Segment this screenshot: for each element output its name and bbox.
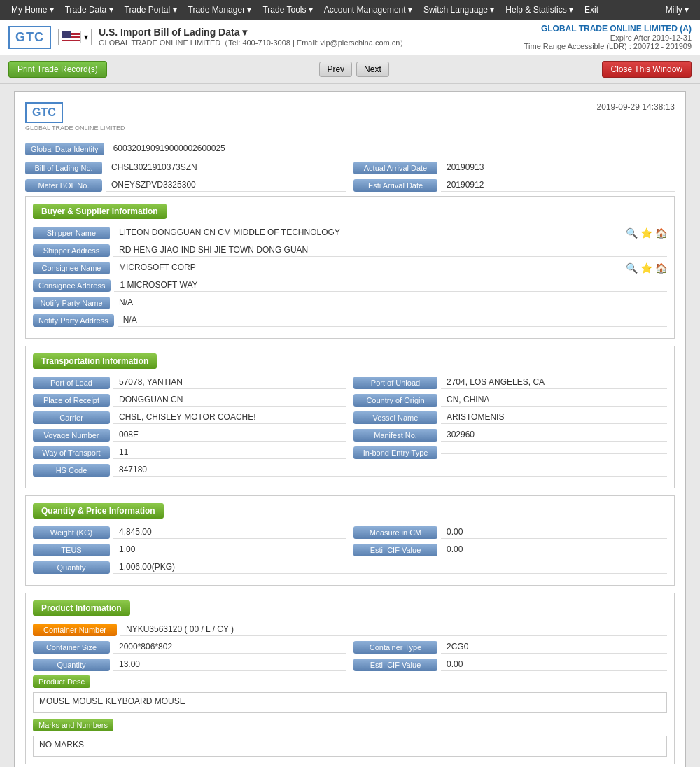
consignee-address-row: Consignee Address 1 MICROSOFT WAY <box>33 279 667 292</box>
port-of-load-label: Port of Load <box>33 377 110 389</box>
port-of-load-value: 57078, YANTIAN <box>113 376 346 389</box>
container-number-row: Container Number NYKU3563120 ( 00 / L / … <box>33 623 667 636</box>
container-size-value: 2000*806*802 <box>113 640 346 654</box>
quantity-value: 1,006.00(PKG) <box>113 561 667 574</box>
vessel-name-value: ARISTOMENIS <box>441 411 667 424</box>
esti-cif-value: 0.00 <box>441 543 667 556</box>
container-size-col: Container Size 2000*806*802 <box>33 640 346 654</box>
product-section: Product Information Container Number NYK… <box>25 593 675 764</box>
container-type-col: Container Type 2CG0 <box>354 640 667 654</box>
actual-arrival-value: 20190913 <box>441 161 675 174</box>
marks-label: Marks and Numbers <box>33 719 113 731</box>
shipper-address-label: Shipper Address <box>33 244 110 257</box>
container-size-label: Container Size <box>33 641 110 654</box>
consignee-name-value: MICROSOFT CORP <box>113 261 620 274</box>
nav-exit[interactable]: Exit <box>579 2 604 17</box>
weight-col: Weight (KG) 4,845.00 <box>33 526 346 539</box>
transportation-section: Transportation Information Port of Load … <box>25 346 675 488</box>
marks-label-row: Marks and Numbers <box>33 719 667 731</box>
product-desc-row: Product Desc <box>33 675 667 688</box>
search-icon-shipper[interactable]: 🔍 <box>626 227 638 239</box>
next-button-top[interactable]: Next <box>356 62 389 77</box>
nav-my-home[interactable]: My Home ▾ <box>6 2 59 17</box>
container-type-label: Container Type <box>354 641 438 654</box>
vessel-name-label: Vessel Name <box>354 411 438 424</box>
bill-of-lading-value: CHSL3021910373SZN <box>106 161 346 174</box>
flag-selector[interactable]: ▾ <box>58 29 92 45</box>
voyage-manifest-row: Voyage Number 008E Manifest No. 302960 <box>33 428 667 442</box>
nav-trade-manager[interactable]: Trade Manager ▾ <box>183 2 258 17</box>
voyage-col: Voyage Number 008E <box>33 428 346 442</box>
prod-quantity-value: 13.00 <box>113 658 346 671</box>
nav-help-statistics[interactable]: Help & Statistics ▾ <box>500 2 579 17</box>
port-unload-col: Port of Unload 2704, LOS ANGELES, CA <box>354 376 667 389</box>
mater-bol-col: Mater BOL No. ONEYSZPVD3325300 <box>25 178 346 192</box>
mater-esti-row: Mater BOL No. ONEYSZPVD3325300 Esti Arri… <box>25 178 675 192</box>
nav-switch-language[interactable]: Switch Language ▾ <box>418 2 500 17</box>
actual-arrival-col: Actual Arrival Date 20190913 <box>354 161 675 174</box>
close-button-top[interactable]: Close This Window <box>602 61 692 78</box>
product-header: Product Information <box>33 600 130 616</box>
nav-trade-data[interactable]: Trade Data ▾ <box>59 2 119 17</box>
bol-col: Bill of Lading No. CHSL3021910373SZN <box>25 161 346 174</box>
header-title-area: U.S. Import Bill of Lading Data ▾ GLOBAL… <box>99 27 407 48</box>
container-size-type-row: Container Size 2000*806*802 Container Ty… <box>33 640 667 654</box>
star-icon-consignee[interactable]: ⭐ <box>640 262 652 274</box>
esti-arrival-label: Esti Arrival Date <box>354 179 438 192</box>
way-of-transport-value: 11 <box>113 446 346 459</box>
record-logo: GTC GLOBAL TRADE ONLINE LIMITED <box>25 102 125 132</box>
measure-cm-col: Measure in CM 0.00 <box>354 526 667 539</box>
place-of-receipt-value: DONGGUAN CN <box>113 393 346 407</box>
vessel-name-col: Vessel Name ARISTOMENIS <box>354 411 667 424</box>
home-icon-shipper[interactable]: 🏠 <box>655 227 667 239</box>
shipper-address-value: RD HENG JIAO IND SHI JIE TOWN DONG GUAN <box>113 244 667 257</box>
nav-account-management[interactable]: Account Management ▾ <box>318 2 418 17</box>
nav-right: Milly ▾ <box>660 2 694 17</box>
container-number-value: NYKU3563120 ( 00 / L / CY ) <box>120 623 667 636</box>
country-of-origin-value: CN, CHINA <box>441 393 667 407</box>
star-icon-shipper[interactable]: ⭐ <box>640 227 652 239</box>
measure-in-cm-label: Measure in CM <box>354 526 438 539</box>
carrier-label: Carrier <box>33 411 110 424</box>
nav-trade-portal[interactable]: Trade Portal ▾ <box>119 2 183 17</box>
measure-in-cm-value: 0.00 <box>441 526 667 539</box>
shipper-name-value: LITEON DONGGUAN CN CM MIDDLE OF TECHNOLO… <box>113 226 620 239</box>
nav-trade-tools[interactable]: Trade Tools ▾ <box>257 2 318 17</box>
teus-label: TEUS <box>33 544 110 556</box>
product-desc-label: Product Desc <box>33 675 90 688</box>
header-subtitle: GLOBAL TRADE ONLINE LIMITED（Tel: 400-710… <box>99 38 407 48</box>
prod-quantity-col: Quantity 13.00 <box>33 658 346 671</box>
consignee-address-value: 1 MICROSOFT WAY <box>114 279 667 292</box>
country-origin-col: Country of Origin CN, CHINA <box>354 393 667 407</box>
nav-user[interactable]: Milly ▾ <box>660 2 694 17</box>
shipper-name-label: Shipper Name <box>33 227 110 239</box>
container-number-label: Container Number <box>33 624 117 636</box>
shipper-name-row: Shipper Name LITEON DONGGUAN CN CM MIDDL… <box>33 226 667 239</box>
quantity-label: Quantity <box>33 561 110 574</box>
hs-code-label: HS Code <box>33 464 110 477</box>
weight-measure-row: Weight (KG) 4,845.00 Measure in CM 0.00 <box>33 526 667 539</box>
marks-value: NO MARKS <box>33 736 667 757</box>
prod-esti-cif-label: Esti. CIF Value <box>354 659 438 671</box>
notify-party-name-value: N/A <box>113 296 667 309</box>
toolbar-left: Print Trade Record(s) <box>8 61 107 78</box>
weight-value: 4,845.00 <box>113 526 346 539</box>
prod-quantity-cif-row: Quantity 13.00 Esti. CIF Value 0.00 <box>33 658 667 671</box>
manifest-no-label: Manifest No. <box>354 429 438 442</box>
header-left: GTC ▾ U.S. Import Bill of Lading Data ▾ … <box>8 26 407 49</box>
consignee-name-label: Consignee Name <box>33 262 110 274</box>
place-of-receipt-label: Place of Receipt <box>33 394 110 407</box>
home-icon-consignee[interactable]: 🏠 <box>655 262 667 274</box>
buyer-supplier-section: Buyer & Supplier Information Shipper Nam… <box>25 196 675 339</box>
transportation-header: Transportation Information <box>33 353 157 369</box>
prev-button-top[interactable]: Prev <box>319 62 352 77</box>
record-header: GTC GLOBAL TRADE ONLINE LIMITED 2019-09-… <box>25 102 675 132</box>
print-button-top[interactable]: Print Trade Record(s) <box>8 61 107 78</box>
bill-of-lading-label: Bill of Lading No. <box>25 162 102 174</box>
consignee-name-row: Consignee Name MICROSOFT CORP 🔍 ⭐ 🏠 <box>33 261 667 274</box>
search-icon-consignee[interactable]: 🔍 <box>626 262 638 274</box>
expire-info: Expire After 2019-12-31 <box>524 34 692 42</box>
quantity-row: Quantity 1,006.00(PKG) <box>33 561 667 574</box>
notify-party-address-value: N/A <box>118 314 667 327</box>
place-receipt-col: Place of Receipt DONGGUAN CN <box>33 393 346 407</box>
